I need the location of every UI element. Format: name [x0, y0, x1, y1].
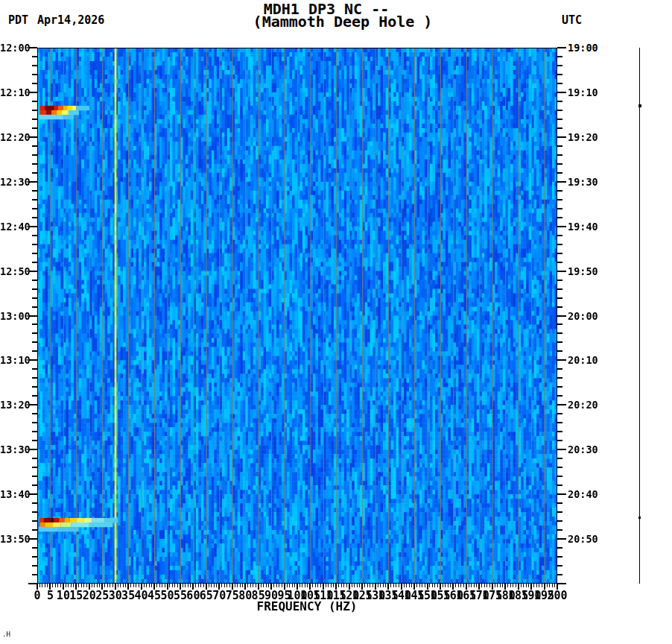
right-minor-tick [557, 458, 562, 459]
right-minor-tick [557, 83, 562, 84]
freq-minor-tick [174, 584, 175, 587]
freq-minor-tick [110, 584, 110, 587]
freq-minor-tick [190, 584, 191, 587]
freq-minor-tick [226, 584, 227, 587]
freq-minor-tick [247, 584, 248, 587]
left-time-label: 13:00 [0, 311, 28, 321]
freq-minor-tick [448, 584, 448, 587]
spectrogram-canvas [37, 48, 557, 584]
freq-minor-tick [78, 584, 79, 587]
freq-minor-tick [481, 584, 482, 587]
left-time-label: 12:50 [0, 266, 28, 277]
freq-minor-tick [521, 584, 522, 587]
right-minor-tick [557, 413, 562, 414]
freq-minor-tick [338, 584, 339, 587]
freq-minor-tick [437, 584, 438, 587]
freq-minor-tick [326, 584, 326, 587]
freq-minor-tick [516, 584, 516, 587]
freq-minor-tick [81, 584, 82, 587]
left-minor-tick [32, 208, 37, 209]
left-minor-tick [32, 163, 37, 165]
right-minor-tick [557, 520, 562, 522]
freq-minor-tick [422, 584, 422, 587]
freq-minor-tick [118, 584, 118, 587]
right-major-tick [557, 359, 566, 361]
freq-minor-tick [125, 584, 126, 587]
left-time-label: 13:20 [0, 400, 28, 410]
freq-minor-tick [57, 584, 58, 587]
left-minor-tick [32, 101, 37, 102]
right-minor-tick [557, 280, 562, 281]
freq-tick-label: 65 [200, 590, 213, 602]
right-major-tick [557, 315, 566, 317]
right-major-tick [557, 583, 566, 584]
left-minor-tick [32, 262, 37, 263]
freq-minor-tick [172, 584, 173, 587]
left-minor-tick [32, 467, 37, 468]
freq-minor-tick [317, 584, 318, 587]
freq-minor-tick [455, 584, 456, 587]
left-minor-tick [32, 65, 37, 66]
freq-minor-tick [411, 584, 412, 587]
freq-minor-tick [549, 584, 550, 587]
right-time-label: 19:10 [568, 87, 598, 98]
freq-tick-label: 25 [95, 590, 109, 602]
freq-minor-tick [237, 584, 238, 587]
left-minor-tick [32, 520, 37, 522]
spectrogram-page: PDT Apr14,2026 MDH1 DP3 NC -- (Mammoth D… [0, 0, 672, 644]
right-minor-tick [557, 127, 562, 129]
footer-mark: .H [2, 631, 10, 638]
freq-tick-label: 75 [226, 590, 239, 602]
freq-minor-tick [507, 584, 508, 587]
freq-minor-tick [42, 584, 42, 587]
right-minor-tick [557, 235, 562, 236]
right-time-label: 20:10 [568, 355, 598, 365]
left-minor-tick [32, 74, 37, 75]
left-minor-tick [32, 395, 37, 397]
freq-minor-tick [536, 584, 537, 587]
freq-tick-label: 30 [109, 590, 122, 602]
freq-tick-label: 5 [47, 590, 54, 602]
freq-minor-tick [357, 584, 358, 587]
freq-minor-tick [458, 584, 459, 587]
right-minor-tick [557, 306, 562, 308]
right-minor-tick [557, 574, 562, 575]
left-minor-tick [32, 574, 37, 575]
freq-minor-tick [495, 584, 495, 587]
right-minor-tick [557, 350, 562, 352]
right-minor-tick [557, 511, 562, 513]
freq-minor-tick [416, 584, 417, 587]
left-minor-tick [32, 280, 37, 281]
freq-minor-tick [256, 584, 256, 587]
left-minor-tick [32, 56, 37, 57]
freq-minor-tick [165, 584, 165, 587]
right-major-tick [557, 538, 566, 540]
right-time-label: 20:40 [568, 489, 598, 499]
right-minor-tick [557, 368, 562, 370]
freq-minor-tick [364, 584, 365, 587]
amplitude-trace-line [639, 48, 640, 584]
right-time-label: 19:00 [568, 42, 598, 53]
right-minor-tick [557, 145, 562, 147]
freq-minor-tick [55, 584, 56, 587]
freq-tick-label: 50 [160, 590, 174, 602]
freq-minor-tick [97, 584, 98, 587]
freq-minor-tick [52, 584, 53, 587]
left-minor-tick [32, 484, 37, 486]
left-time-label: 12:30 [0, 177, 28, 187]
freq-minor-tick [39, 584, 40, 587]
freq-minor-tick [149, 584, 150, 587]
freq-minor-tick [130, 584, 131, 587]
freq-minor-tick [47, 584, 48, 587]
right-minor-tick [557, 395, 562, 397]
freq-minor-tick [463, 584, 464, 587]
freq-minor-tick [343, 584, 344, 587]
freq-minor-tick [320, 584, 321, 587]
freq-minor-tick [200, 584, 201, 587]
right-time-label: 20:20 [568, 400, 598, 410]
freq-minor-tick [385, 584, 386, 587]
left-minor-tick [32, 217, 37, 218]
right-major-tick [557, 271, 566, 272]
freq-minor-tick [471, 584, 472, 587]
freq-minor-tick [302, 584, 302, 587]
